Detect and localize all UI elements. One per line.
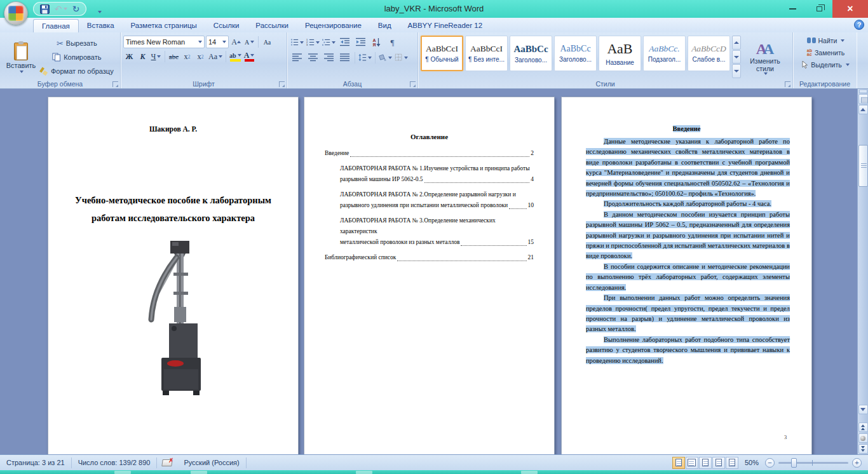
font-size-combo[interactable]: 14: [206, 36, 229, 48]
styles-dialog-launcher[interactable]: [785, 81, 790, 87]
toc-entry[interactable]: ЛАБОРАТОРНАЯ РАБОТА № 3.Определение меха…: [325, 215, 534, 248]
toc-entry[interactable]: ЛАБОРАТОРНАЯ РАБОТА № 1.Изучение устройс…: [325, 163, 534, 185]
decrease-indent-button[interactable]: [337, 36, 352, 49]
multilevel-list-button[interactable]: [322, 36, 336, 49]
change-case-button[interactable]: Aa: [208, 50, 223, 63]
styles-scroll-up-button[interactable]: [732, 36, 741, 50]
copy-button[interactable]: Копировать: [39, 51, 114, 63]
scroll-up-button[interactable]: [858, 105, 868, 114]
page-indicator[interactable]: Страница: 3 из 21: [0, 457, 72, 468]
select-button[interactable]: Выделить: [797, 60, 854, 69]
font-dialog-launcher[interactable]: [279, 81, 285, 87]
underline-button[interactable]: Ч: [150, 50, 162, 63]
paste-button[interactable]: Вставить: [3, 34, 39, 78]
font-name-combo[interactable]: Times New Roman: [123, 36, 205, 48]
zoom-slider[interactable]: [778, 462, 848, 464]
toc-entry[interactable]: Введение2: [325, 148, 534, 159]
style-heading1[interactable]: AaBbCc Заголово...: [510, 36, 552, 71]
document-page-3[interactable]: Введение Данные методические указания к …: [561, 97, 812, 454]
line-spacing-button[interactable]: [358, 51, 372, 64]
styles-scroll-down-button[interactable]: [732, 50, 741, 64]
document-page-1[interactable]: Шакиров А. Р. Учебно-методическое пособи…: [48, 97, 299, 454]
proofing-error-icon[interactable]: [162, 459, 172, 466]
help-button[interactable]: ?: [854, 20, 864, 30]
restore-button[interactable]: [806, 0, 832, 18]
bold-button[interactable]: Ж: [123, 50, 135, 63]
zoom-in-button[interactable]: +: [852, 458, 862, 468]
tab-view[interactable]: Вид: [370, 19, 400, 32]
style-normal[interactable]: AaBbCcI ¶ Обычный: [421, 36, 463, 71]
zoom-level[interactable]: 50%: [745, 459, 759, 466]
strikethrough-button[interactable]: abc: [168, 50, 180, 63]
font-color-button[interactable]: А: [243, 50, 255, 63]
format-painter-button[interactable]: Формат по образцу: [39, 65, 114, 77]
text-highlight-button[interactable]: ab: [229, 50, 242, 63]
document-workspace[interactable]: Шакиров А. Р. Учебно-методическое пособи…: [0, 89, 857, 454]
tab-references[interactable]: Ссылки: [205, 19, 248, 32]
tab-insert[interactable]: Вставка: [79, 19, 123, 32]
outline-view-button[interactable]: [712, 457, 725, 469]
print-layout-view-button[interactable]: [672, 457, 685, 469]
paragraph-dialog-launcher[interactable]: [410, 81, 416, 87]
tab-review[interactable]: Рецензирование: [297, 19, 370, 32]
web-layout-view-button[interactable]: [699, 457, 712, 469]
align-right-button[interactable]: [322, 51, 336, 64]
full-screen-reading-view-button[interactable]: [686, 457, 698, 469]
bullets-button[interactable]: [290, 36, 304, 49]
split-window-handle[interactable]: [859, 90, 867, 93]
toc-entry[interactable]: Библиографический список21: [325, 252, 534, 263]
italic-button[interactable]: К: [137, 50, 149, 63]
sort-button[interactable]: АЯ: [369, 36, 384, 49]
borders-button[interactable]: [394, 51, 409, 64]
align-center-button[interactable]: [306, 51, 320, 64]
numbering-button[interactable]: 1 2 3: [306, 36, 320, 49]
scrollbar-thumb[interactable]: [858, 145, 868, 187]
toc-heading: Оглавление: [304, 133, 554, 140]
justify-button[interactable]: [337, 51, 352, 64]
clear-formatting-button[interactable]: Аа: [261, 36, 273, 48]
cut-button[interactable]: ✂ Вырезать: [39, 37, 114, 49]
replace-button[interactable]: abac Заменить: [797, 48, 854, 57]
scroll-down-button[interactable]: [858, 405, 868, 414]
superscript-button[interactable]: x2: [194, 50, 207, 63]
word-count[interactable]: Число слов: 139/2 890: [72, 457, 158, 468]
style-heading2[interactable]: AaBbCc Заголово...: [554, 36, 597, 71]
styles-more-button[interactable]: [732, 64, 741, 78]
editing-group: Найти abac Заменить Выделить Редактирова…: [793, 32, 857, 88]
language-indicator[interactable]: Русский (Россия): [177, 457, 246, 468]
style-no-spacing[interactable]: AaBbCcI ¶ Без инте...: [465, 36, 508, 71]
tab-abbyy-finereader[interactable]: ABBYY FineReader 12: [400, 19, 491, 32]
vertical-scrollbar[interactable]: [857, 89, 868, 454]
style-title[interactable]: АаВ Название: [599, 36, 641, 71]
tab-home[interactable]: Главная: [33, 19, 79, 32]
tab-mailings[interactable]: Рассылки: [247, 19, 297, 32]
clipboard-dialog-launcher[interactable]: [112, 81, 118, 87]
draft-view-button[interactable]: [726, 457, 738, 469]
previous-page-button[interactable]: [858, 423, 868, 432]
zoom-slider-thumb[interactable]: [791, 458, 797, 468]
style-subtle-emphasis[interactable]: AaBbCcD Слабое в...: [688, 36, 730, 71]
shrink-font-button[interactable]: А: [243, 36, 255, 48]
style-subtitle[interactable]: AaBbCc. Подзагол...: [643, 36, 686, 71]
subscript-button[interactable]: x2: [181, 50, 193, 63]
bullets-dropdown-icon: [300, 41, 304, 44]
change-styles-button[interactable]: АА Изменить стили: [743, 36, 787, 78]
clipboard-icon: [14, 43, 28, 60]
next-page-button[interactable]: [858, 444, 868, 454]
increase-indent-button[interactable]: [353, 36, 368, 49]
minimize-icon: [789, 8, 796, 10]
shading-button[interactable]: [378, 51, 393, 64]
close-button[interactable]: ×: [832, 0, 868, 18]
align-left-button[interactable]: [290, 51, 304, 64]
grow-font-button[interactable]: А: [230, 36, 242, 48]
tab-page-layout[interactable]: Разметка страницы: [123, 19, 205, 32]
select-browse-object-button[interactable]: [858, 433, 868, 443]
minimize-button[interactable]: [779, 0, 806, 18]
ruler-toggle-button[interactable]: [858, 94, 868, 104]
find-button[interactable]: Найти: [797, 36, 854, 45]
toc-entry[interactable]: ЛАБОРАТОРНАЯ РАБОТА № 2.Определение разр…: [325, 189, 534, 211]
document-page-2[interactable]: Оглавление Введение2 ЛАБОРАТОРНАЯ РАБОТА…: [304, 97, 555, 454]
show-paragraph-marks-button[interactable]: ¶: [385, 36, 400, 49]
office-button[interactable]: [4, 1, 28, 25]
zoom-out-button[interactable]: −: [765, 458, 775, 468]
